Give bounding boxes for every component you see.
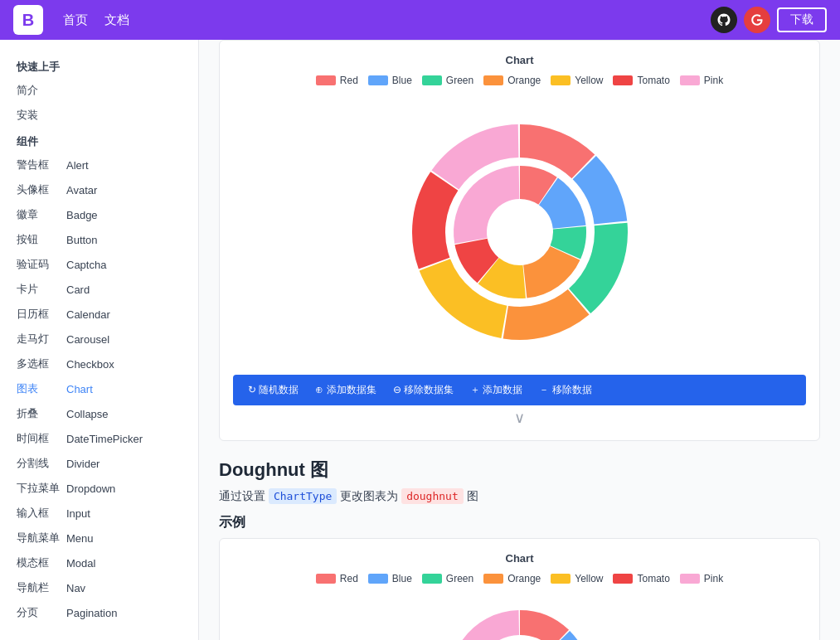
gplus-icon[interactable] xyxy=(744,7,770,33)
legend-swatch xyxy=(316,574,336,584)
legend-swatch xyxy=(613,75,633,85)
random-data-btn[interactable]: ↻ 随机数据 xyxy=(243,381,303,399)
main-content: Chart RedBlueGreenOrangeYellowTomatoPink… xyxy=(199,40,840,640)
sidebar-item-calendar[interactable]: 日历框Calendar xyxy=(0,302,198,327)
legend-swatch xyxy=(422,574,442,584)
example-subheading: 示例 xyxy=(219,514,820,531)
sidebar-item-chart[interactable]: 图表Chart xyxy=(0,376,198,401)
legend-label: Tomato xyxy=(637,573,669,584)
legend-item: Tomato xyxy=(613,573,669,584)
github-icon[interactable] xyxy=(711,7,737,33)
add-data-btn[interactable]: ＋ 添加数据 xyxy=(465,381,527,399)
legend-item: Orange xyxy=(483,573,541,584)
sidebar-item-captcha[interactable]: 验证码Captcha xyxy=(0,252,198,277)
sidebar-item-install[interactable]: 安装 xyxy=(0,103,198,128)
sidebar-item-avatar[interactable]: 头像框Avatar xyxy=(0,177,198,202)
pie-chart-svg xyxy=(396,108,644,356)
sidebar-item-modal[interactable]: 模态框Modal xyxy=(0,550,198,575)
sidebar-item-menu[interactable]: 导航菜单Menu xyxy=(0,526,198,550)
docs-link[interactable]: 文档 xyxy=(104,12,129,28)
legend-item: Green xyxy=(422,75,473,86)
sidebar-item-alert[interactable]: 警告框Alert xyxy=(0,153,198,177)
sidebar-section-components: 组件 警告框Alert 头像框Avatar 徽章Badge 按钮Button 验… xyxy=(0,128,198,625)
topnav-icons: 下载 xyxy=(711,7,827,33)
legend-label: Yellow xyxy=(575,75,603,86)
doughnut-desc: 通过设置 ChartType 更改图表为 doughnut 图 xyxy=(219,489,820,504)
sidebar-item-card[interactable]: 卡片Card xyxy=(0,277,198,302)
legend-item: Red xyxy=(316,75,358,86)
legend-label: Pink xyxy=(704,75,723,86)
doughnut-chart-svg xyxy=(437,598,603,640)
remove-dataset-btn[interactable]: ⊖ 移除数据集 xyxy=(388,381,459,399)
legend-item: Blue xyxy=(368,75,412,86)
home-link[interactable]: 首页 xyxy=(63,12,88,28)
sidebar-item-divider[interactable]: 分割线Divider xyxy=(0,451,198,476)
legend-label: Tomato xyxy=(637,75,669,86)
legend-label: Green xyxy=(446,573,473,584)
legend-swatch xyxy=(613,574,633,584)
legend-swatch xyxy=(483,75,503,85)
sidebar-item-carousel[interactable]: 走马灯Carousel xyxy=(0,327,198,352)
legend-label: Red xyxy=(340,573,358,584)
download-button[interactable]: 下载 xyxy=(777,7,827,32)
sidebar-item-dropdown[interactable]: 下拉菜单Dropdown xyxy=(0,476,198,501)
charttype-code: ChartType xyxy=(269,488,337,504)
sidebar-item-collapse[interactable]: 折叠Collapse xyxy=(0,401,198,426)
legend-label: Yellow xyxy=(575,573,603,584)
sidebar-item-input[interactable]: 输入框Input xyxy=(0,501,198,526)
sidebar-item-intro[interactable]: 简介 xyxy=(0,78,198,103)
legend-label: Orange xyxy=(507,573,541,584)
sidebar-item-pagination[interactable]: 分页Pagination xyxy=(0,600,198,625)
legend-swatch xyxy=(316,75,336,85)
legend-label: Green xyxy=(446,75,473,86)
layout: 快速上手 简介 安装 组件 警告框Alert 头像框Avatar 徽章Badge… xyxy=(0,40,840,640)
doughnut-chart-legend: RedBlueGreenOrangeYellowTomatoPink xyxy=(233,573,806,584)
legend-label: Pink xyxy=(704,573,723,584)
doughnut-chart-box: Chart RedBlueGreenOrangeYellowTomatoPink xyxy=(219,538,820,640)
legend-label: Blue xyxy=(392,75,412,86)
add-dataset-btn[interactable]: ⊕ 添加数据集 xyxy=(310,381,381,399)
legend-swatch xyxy=(368,75,388,85)
pie-chart-legend: RedBlueGreenOrangeYellowTomatoPink xyxy=(233,75,806,86)
chart-toolbar: ↻ 随机数据 ⊕ 添加数据集 ⊖ 移除数据集 ＋ 添加数据 － 移除数据 xyxy=(233,375,806,405)
logo: B xyxy=(13,5,43,35)
legend-item: Yellow xyxy=(551,75,603,86)
components-section-title: 组件 xyxy=(0,128,198,153)
legend-item: Orange xyxy=(483,75,541,86)
sidebar-item-badge[interactable]: 徽章Badge xyxy=(0,202,198,227)
doughnut-chart-title: Chart xyxy=(233,552,806,565)
legend-item: Tomato xyxy=(613,75,669,86)
legend-swatch xyxy=(422,75,442,85)
pie-chart-box: Chart RedBlueGreenOrangeYellowTomatoPink… xyxy=(219,40,820,441)
sidebar-item-button[interactable]: 按钮Button xyxy=(0,227,198,252)
legend-swatch xyxy=(551,574,571,584)
legend-item: Green xyxy=(422,573,473,584)
legend-swatch xyxy=(551,75,571,85)
doughnut-code: doughnut xyxy=(401,488,464,504)
legend-swatch xyxy=(483,574,503,584)
topnav-links: 首页 文档 xyxy=(63,12,129,28)
topnav: B 首页 文档 下载 xyxy=(0,0,840,40)
pie-chart-title: Chart xyxy=(233,54,806,66)
legend-swatch xyxy=(680,75,700,85)
sidebar: 快速上手 简介 安装 组件 警告框Alert 头像框Avatar 徽章Badge… xyxy=(0,40,199,640)
legend-item: Pink xyxy=(680,75,723,86)
legend-label: Orange xyxy=(507,75,541,86)
legend-item: Blue xyxy=(368,573,412,584)
sidebar-section-quickstart: 快速上手 简介 安装 xyxy=(0,53,198,128)
sidebar-item-datetimepicker[interactable]: 时间框DateTimePicker xyxy=(0,426,198,451)
legend-item: Yellow xyxy=(551,573,603,584)
sidebar-item-checkbox[interactable]: 多选框Checkbox xyxy=(0,352,198,376)
quickstart-section-title: 快速上手 xyxy=(0,53,198,78)
remove-data-btn[interactable]: － 移除数据 xyxy=(534,381,596,399)
legend-label: Red xyxy=(340,75,358,86)
pie-chart-area xyxy=(233,99,806,365)
legend-item: Pink xyxy=(680,573,723,584)
sidebar-item-nav[interactable]: 导航栏Nav xyxy=(0,575,198,600)
scroll-indicator: ∨ xyxy=(233,409,806,427)
doughnut-chart-area xyxy=(233,598,806,640)
legend-swatch xyxy=(368,574,388,584)
doughnut-heading: Doughnut 图 xyxy=(219,458,820,482)
legend-label: Blue xyxy=(392,573,412,584)
doughnut-section: Doughnut 图 通过设置 ChartType 更改图表为 doughnut… xyxy=(219,458,820,640)
